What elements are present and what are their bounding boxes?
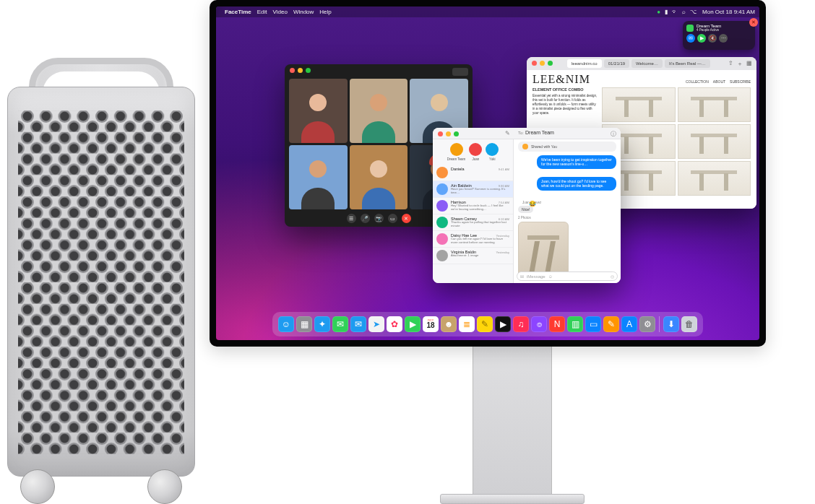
messages-thread[interactable]: Shared with You We've been trying to get… bbox=[514, 139, 621, 283]
notification-mute-icon[interactable]: 🔇 bbox=[708, 34, 717, 43]
close-icon[interactable] bbox=[290, 68, 295, 73]
dock-appstore-icon[interactable]: A bbox=[621, 316, 637, 332]
dock-trash-icon[interactable]: 🗑 bbox=[681, 316, 697, 332]
menu-item[interactable]: Window bbox=[293, 9, 314, 15]
menu-item[interactable]: Video bbox=[273, 9, 288, 15]
facetime-sidebar-icon[interactable]: ☰ bbox=[347, 214, 356, 223]
facetime-share-icon[interactable]: ▭ bbox=[388, 214, 397, 223]
site-nav-link[interactable]: COLLECTION bbox=[686, 79, 709, 84]
dock[interactable]: ☺▦✦✉✉➤✿▶OCT18☻≣✎▶♫⌾N▥▭✎A⚙⬇🗑 bbox=[272, 312, 703, 336]
facetime-status-icon[interactable]: ● bbox=[657, 9, 660, 15]
product-image[interactable] bbox=[678, 124, 751, 159]
safari-tab[interactable]: It's Been Real —… bbox=[665, 59, 710, 68]
battery-icon[interactable]: ▮ bbox=[665, 9, 668, 15]
pinned-conversation[interactable]: Yuki bbox=[486, 143, 499, 161]
dock-keynote-icon[interactable]: ▭ bbox=[585, 316, 601, 332]
dock-downloads-icon[interactable]: ⬇ bbox=[663, 316, 679, 332]
dock-safari-icon[interactable]: ✦ bbox=[314, 316, 330, 332]
product-image[interactable] bbox=[678, 87, 751, 122]
safari-tab[interactable]: Welcome… bbox=[631, 59, 663, 68]
menu-bar[interactable]: FaceTime Edit Video Window Help ● ▮ ᯤ ⌕ … bbox=[216, 6, 759, 17]
tab-overview-icon[interactable]: ▦ bbox=[746, 60, 752, 68]
dock-maps-icon[interactable]: ➤ bbox=[368, 316, 384, 332]
messages-sidebar[interactable]: Dream TeamJuanYuki Daniela9:41 AMAin Bal… bbox=[433, 139, 514, 283]
menu-app-name[interactable]: FaceTime bbox=[225, 9, 251, 15]
facetime-end-icon[interactable]: ✕ bbox=[402, 214, 411, 223]
notification-card[interactable]: ✕ Dream Team 4 People Active ✉ ▶ 🔇 ⋯ bbox=[683, 21, 755, 50]
spotlight-icon[interactable]: ⌕ bbox=[682, 9, 686, 15]
window-controls[interactable] bbox=[290, 68, 311, 73]
menu-item[interactable]: Help bbox=[319, 9, 331, 15]
apps-icon[interactable]: ⊞ bbox=[520, 274, 524, 279]
close-icon[interactable] bbox=[532, 61, 537, 66]
site-logo[interactable]: LEE&NIM bbox=[532, 73, 590, 86]
message-bubble-incoming[interactable]: Nice! bbox=[518, 206, 533, 213]
dock-notes-icon[interactable]: ✎ bbox=[477, 316, 493, 332]
dock-music-icon[interactable]: ♫ bbox=[513, 316, 529, 332]
minimize-icon[interactable] bbox=[298, 68, 303, 73]
facetime-participant[interactable] bbox=[350, 145, 408, 209]
zoom-icon[interactable] bbox=[306, 68, 311, 73]
facetime-participant[interactable] bbox=[289, 145, 348, 209]
notification-close-icon[interactable]: ✕ bbox=[749, 18, 758, 27]
minimize-icon[interactable] bbox=[540, 61, 545, 66]
messages-window[interactable]: ✎ To:Dream Team ⓘ Dream TeamJuanYuki Dan… bbox=[433, 128, 621, 283]
details-icon[interactable]: ⓘ bbox=[611, 130, 616, 138]
window-controls[interactable] bbox=[532, 61, 553, 66]
message-bubble-outgoing[interactable]: We've been trying to get inspiration tog… bbox=[537, 155, 616, 169]
wifi-icon[interactable]: ᯤ bbox=[672, 9, 678, 15]
dock-settings-icon[interactable]: ⚙ bbox=[639, 316, 655, 332]
pinned-conversation[interactable]: Dream Team bbox=[447, 143, 466, 161]
safari-tab[interactable]: 01/21/19 bbox=[604, 59, 629, 68]
notification-message-icon[interactable]: ✉ bbox=[686, 34, 695, 43]
zoom-icon[interactable] bbox=[454, 131, 459, 136]
share-icon[interactable]: ⇪ bbox=[728, 60, 733, 68]
menu-clock[interactable]: Mon Oct 18 9:41 AM bbox=[702, 9, 755, 15]
site-nav-link[interactable]: SUBSCRIBE bbox=[730, 79, 751, 84]
conversation-row[interactable]: Daniela9:41 AM bbox=[433, 165, 513, 181]
conversation-row[interactable]: Harrison7:54 AMHey! Wanted to circle bac… bbox=[433, 198, 513, 214]
shared-with-you-banner[interactable]: Shared with You bbox=[518, 142, 616, 152]
close-icon[interactable] bbox=[438, 131, 443, 136]
facetime-participant[interactable] bbox=[350, 79, 408, 143]
menu-item[interactable]: Edit bbox=[257, 9, 267, 15]
facetime-sidebar-toggle[interactable] bbox=[452, 68, 468, 76]
dock-facetime-icon[interactable]: ▶ bbox=[405, 316, 421, 332]
dock-photos-icon[interactable]: ✿ bbox=[387, 316, 402, 332]
control-center-icon[interactable]: ⌥ bbox=[690, 9, 697, 15]
conversation-row[interactable]: Shawn Carney6:10 AMThanks again for pull… bbox=[433, 214, 513, 231]
notification-more-icon[interactable]: ⋯ bbox=[719, 34, 728, 43]
safari-tab[interactable]: leeandnim.co bbox=[567, 59, 602, 68]
message-composer[interactable]: ⊞ iMessage ☺ ◎ bbox=[517, 271, 618, 281]
dock-calendar-icon[interactable]: OCT18 bbox=[423, 316, 439, 332]
notification-join-icon[interactable]: ▶ bbox=[697, 34, 706, 43]
dock-reminders-icon[interactable]: ≣ bbox=[459, 316, 475, 332]
minimize-icon[interactable] bbox=[446, 131, 451, 136]
dock-messages-icon[interactable]: ✉ bbox=[332, 316, 348, 332]
product-image[interactable] bbox=[602, 87, 676, 122]
facetime-mute-icon[interactable]: 🎤 bbox=[361, 214, 370, 223]
conversation-row[interactable]: Virginia BaldinYesterdayAttachment: 1 im… bbox=[433, 248, 513, 264]
dock-launchpad-icon[interactable]: ▦ bbox=[296, 316, 312, 332]
dock-mail-icon[interactable]: ✉ bbox=[350, 316, 366, 332]
emoji-icon[interactable]: ☺ bbox=[548, 274, 553, 279]
conversation-row[interactable]: Daisy Hae LeeYesterdayCan you tell me ag… bbox=[433, 231, 513, 248]
dock-finder-icon[interactable]: ☺ bbox=[278, 316, 294, 332]
record-audio-icon[interactable]: ◎ bbox=[611, 274, 614, 279]
compose-icon[interactable]: ✎ bbox=[505, 130, 510, 136]
zoom-icon[interactable] bbox=[548, 61, 553, 66]
dock-news-icon[interactable]: N bbox=[549, 316, 565, 332]
pinned-conversation[interactable]: Juan bbox=[469, 143, 482, 161]
conversation-row[interactable]: Ain Baldwin9:30 AMHave you heard? Summer… bbox=[433, 181, 513, 198]
facetime-camera-icon[interactable]: 📷 bbox=[374, 214, 384, 223]
dock-pages-icon[interactable]: ✎ bbox=[603, 316, 619, 332]
message-bubble-outgoing[interactable]: Juan, how'd the shoot go? I'd love to se… bbox=[537, 177, 616, 191]
dock-podcasts-icon[interactable]: ⌾ bbox=[531, 316, 547, 332]
dock-tv-icon[interactable]: ▶ bbox=[495, 316, 511, 332]
facetime-participant[interactable] bbox=[289, 79, 348, 143]
new-tab-icon[interactable]: ＋ bbox=[737, 60, 743, 68]
dock-numbers-icon[interactable]: ▥ bbox=[567, 316, 583, 332]
product-image[interactable] bbox=[678, 161, 751, 196]
site-nav-link[interactable]: ABOUT bbox=[713, 79, 725, 84]
window-controls[interactable] bbox=[438, 131, 459, 136]
